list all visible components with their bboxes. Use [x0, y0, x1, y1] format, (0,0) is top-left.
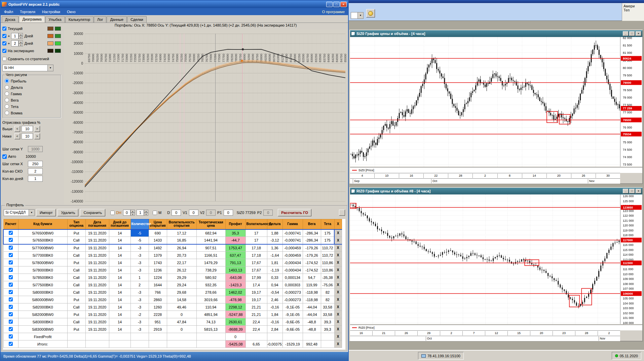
draw-radio[interactable] [5, 85, 9, 89]
m-row[interactable]: M [153, 211, 161, 215]
top-toolbar-button[interactable] [366, 9, 375, 17]
col-header-14[interactable]: Тета [321, 219, 334, 229]
row-calc-checkbox[interactable] [9, 312, 13, 316]
curve-days-input[interactable] [11, 33, 18, 39]
col-header-10[interactable]: Волатильность [245, 219, 267, 229]
spin-up-icon[interactable]: ▲ [18, 33, 23, 36]
row-calc-checkbox[interactable] [9, 275, 13, 279]
draw-radio[interactable] [5, 104, 9, 109]
draw-radio[interactable] [5, 92, 9, 96]
col-header-12[interactable]: Гамма [282, 219, 303, 229]
below-decrement-button[interactable]: < [14, 133, 20, 139]
draw-radio[interactable] [5, 111, 9, 115]
delete-row-button[interactable]: X [334, 340, 342, 348]
siz0-price-canvas[interactable] [350, 37, 642, 167]
draw-option-Вомма[interactable]: Вомма [5, 110, 59, 116]
close-button[interactable]: × [340, 2, 347, 7]
menu-Файл[interactable]: Файл [1, 9, 16, 15]
col-header-9[interactable]: Профит [225, 219, 245, 229]
spin-up-icon[interactable]: ▲ [130, 210, 135, 213]
v1-input[interactable] [189, 210, 198, 216]
dh1-input[interactable] [123, 210, 130, 216]
delete-row-button[interactable]: X [334, 333, 342, 340]
row-calc-checkbox[interactable] [9, 246, 13, 250]
spin-down-icon[interactable]: ▼ [18, 36, 23, 39]
curve-color-swatch[interactable] [47, 41, 53, 45]
col-header-5[interactable]: Количество [130, 219, 149, 229]
chevron-down-icon[interactable]: ▼ [47, 65, 53, 71]
below-input[interactable] [22, 133, 33, 139]
tab-Диаграмма[interactable]: Диаграмма [19, 16, 45, 23]
above-decrement-button[interactable]: < [14, 126, 20, 132]
row-calc-checkbox[interactable] [9, 238, 13, 242]
above-increment-button[interactable]: > [34, 126, 40, 132]
dh-checkbox[interactable] [110, 211, 115, 215]
table-row[interactable]: Итого:-5425,086,65-0,003751-1529,19992,4… [3, 340, 342, 348]
menu-Настройки[interactable]: Настройки [39, 9, 64, 15]
delete-row-button[interactable]: X [334, 281, 342, 289]
riz0-price-canvas[interactable] [350, 194, 642, 324]
compare-strategy-row[interactable]: Сравнить со стратегией [2, 55, 61, 63]
tab-Калькулятор[interactable]: Калькулятор [65, 16, 93, 23]
m-checkbox[interactable] [153, 211, 157, 215]
draw-option-Дельта[interactable]: Дельта [5, 84, 59, 91]
row-calc-checkbox[interactable] [9, 327, 13, 331]
days-input[interactable] [28, 176, 43, 182]
spin-down-icon[interactable]: ▼ [144, 213, 148, 216]
close-button[interactable]: × [636, 31, 641, 36]
delete-row-button[interactable]: X [334, 289, 342, 296]
dh2-input[interactable] [137, 210, 144, 216]
table-row[interactable]: Si80000BK0Call19.11.202014-376629,68278,… [3, 289, 342, 296]
col-header-1[interactable]: Код бумаги [18, 219, 67, 229]
col-header-8[interactable]: Теоретическая цена [196, 219, 225, 229]
delete-row-button[interactable]: X [334, 303, 342, 311]
tab-Улыбка[interactable]: Улыбка [45, 16, 65, 23]
col-header-7[interactable]: Волатильность открытия [167, 219, 196, 229]
d-input[interactable] [172, 210, 181, 216]
table-row[interactable]: FixedProfit0X [3, 333, 342, 340]
top-combobox[interactable]: ▼ [351, 12, 364, 19]
save-button[interactable]: Сохранить [80, 209, 105, 216]
delete-row-button[interactable]: X [334, 274, 342, 281]
curve-days-input[interactable] [11, 40, 18, 46]
p1-input[interactable] [224, 210, 233, 216]
draw-option-Прибыль[interactable]: Прибыль [5, 78, 59, 84]
col-header-0[interactable]: Расчет [3, 219, 18, 229]
table-row[interactable]: Si76500BK0Call19.11.202014-5143316,85144… [3, 237, 342, 244]
curve-checkbox[interactable] [2, 49, 6, 53]
row-calc-checkbox[interactable] [9, 305, 13, 309]
curve-color-swatch[interactable] [47, 34, 53, 38]
menu-Окно[interactable]: Окно [64, 9, 79, 15]
row-calc-checkbox[interactable] [9, 320, 13, 324]
spin-up-icon[interactable]: ▲ [18, 40, 23, 43]
portfolio-select[interactable]: Si СтреДДЛ ▼ [4, 209, 35, 216]
table-row[interactable]: Si78000BK0Call19.11.202014-3123626,12738… [3, 266, 342, 274]
delete-row-button[interactable]: X [334, 259, 342, 266]
compare-checkbox[interactable] [2, 57, 6, 61]
siz0-titlebar[interactable]: SiZ0 График цены и объёма - [4 часа] _ □… [350, 30, 642, 37]
col-header-15[interactable]: X [334, 219, 342, 229]
delete-row-button[interactable]: X [334, 237, 342, 244]
table-row[interactable]: Si77500BK0Call19.11.2020142164429,24932,… [3, 281, 342, 289]
row-calc-checkbox[interactable] [9, 290, 13, 294]
delete-row-button[interactable]: X [334, 296, 342, 303]
below-increment-button[interactable]: > [34, 133, 40, 139]
curve-checkbox[interactable] [2, 34, 6, 38]
tab-Данные[interactable]: Данные [107, 16, 127, 23]
restore-button[interactable]: □ [629, 31, 635, 36]
row-calc-checkbox[interactable] [9, 334, 13, 338]
row-calc-checkbox[interactable] [9, 268, 13, 272]
col-header-11[interactable]: Дельта [267, 219, 282, 229]
pnl-chart-canvas[interactable] [64, 30, 348, 205]
dh1-stepper[interactable]: ▲▼ [123, 210, 135, 216]
curve-color-swatch[interactable] [47, 27, 53, 31]
delete-row-button[interactable]: X [334, 229, 342, 237]
delete-row-button[interactable]: X [334, 266, 342, 274]
auto-checkbox[interactable] [2, 154, 7, 159]
menu-Торговля[interactable]: Торговля [16, 9, 39, 15]
minimize-button[interactable]: _ [623, 189, 629, 193]
tab-Сделки[interactable]: Сделки [127, 16, 147, 23]
curve-color-swatch[interactable] [55, 27, 61, 31]
spin-down-icon[interactable]: ▼ [18, 43, 23, 46]
table-row[interactable]: Si83000BW0Put19.11.202014-3291905815,13-… [3, 326, 342, 333]
